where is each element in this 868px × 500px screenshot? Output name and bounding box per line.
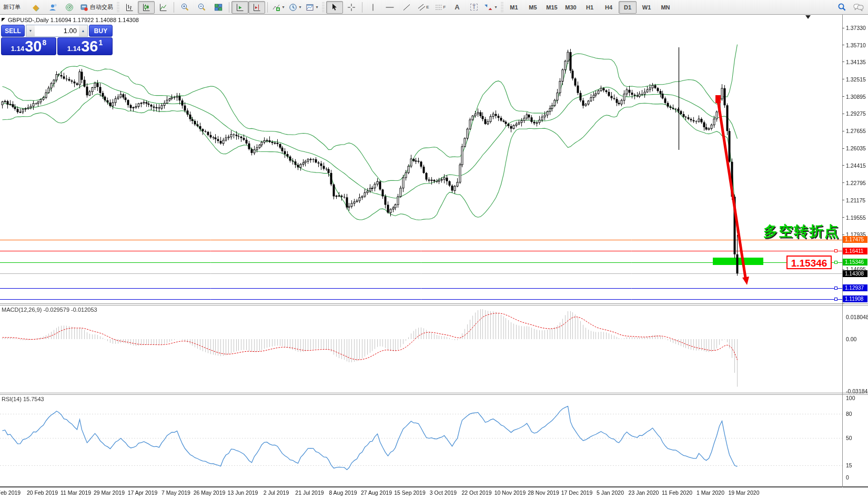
axis-tick-label: 1.29275 — [846, 110, 866, 117]
axis-tick-mark — [842, 62, 844, 62]
tile-windows-button[interactable] — [210, 1, 227, 14]
axis-tick-mark — [842, 28, 844, 28]
scroll-to-end-icon[interactable] — [805, 15, 811, 19]
tile-windows-icon — [214, 3, 223, 12]
indicators-add-icon — [272, 3, 280, 12]
search-icon — [837, 3, 846, 12]
volume-increase-button[interactable]: ▲ — [79, 25, 87, 36]
axis-tick-mark — [842, 45, 844, 45]
autotrading-button[interactable]: 自动交易 — [78, 1, 115, 14]
fibonacci-tool-button[interactable]: F — [432, 1, 449, 14]
timeframe-button-M5[interactable]: M5 — [524, 1, 542, 14]
dropdown-caret-icon: ▾ — [282, 5, 284, 9]
panel-collapse-icon[interactable]: ◤ — [2, 17, 5, 22]
candlestick-chart-button[interactable] — [138, 1, 155, 14]
date-label: 19 Mar 2020 — [722, 489, 766, 496]
vertical-line-tool-button[interactable] — [365, 1, 381, 14]
toolbar: 新订单 ◆ 自动交易 — [0, 0, 868, 15]
rsi-pane-splitter[interactable] — [0, 393, 868, 395]
channel-tool-button[interactable]: E — [415, 1, 432, 14]
metaeditor-button[interactable]: ◆ — [27, 1, 44, 14]
dropdown-caret-icon: ▾ — [299, 5, 301, 9]
timeframe-button-MN[interactable]: MN — [657, 1, 674, 14]
text-tool-icon: A — [455, 3, 459, 11]
timeframe-button-H4[interactable]: H4 — [600, 1, 618, 14]
volume-decrease-button[interactable]: ▼ — [26, 25, 35, 36]
axis-tick-label: 1.24415 — [846, 162, 866, 169]
price-callout-label[interactable]: 1.15346 — [786, 256, 832, 269]
axis-tick-mark — [842, 303, 844, 304]
date-axis-separator — [0, 486, 868, 487]
buy-price-big: 36 — [81, 39, 98, 54]
buy-button[interactable]: BUY — [89, 25, 113, 37]
buy-price-sup: 1 — [98, 38, 103, 47]
rsi-indicator-canvas[interactable] — [0, 395, 842, 485]
sell-button[interactable]: SELL — [1, 25, 25, 37]
templates-button[interactable]: ▾ — [304, 1, 320, 14]
timeframe-group: M1M5M15M30H1H4D1W1MN — [505, 1, 674, 14]
periods-button[interactable]: ▾ — [287, 1, 304, 14]
search-button[interactable] — [833, 1, 850, 14]
rsi-axis-label: 80 — [846, 411, 852, 417]
mql5-community-icon — [48, 3, 57, 12]
cursor-tool-button[interactable] — [326, 1, 343, 14]
text-label-tool-button[interactable]: T — [466, 1, 482, 14]
crosshair-tool-button[interactable] — [343, 1, 360, 14]
periods-clock-icon — [289, 3, 297, 12]
dropdown-caret-icon: ▾ — [316, 5, 318, 9]
toolbar-grip — [501, 2, 503, 13]
turning-point-annotation[interactable]: 多空转折点 — [763, 222, 840, 241]
volume-input[interactable] — [35, 25, 79, 36]
trendline-icon — [402, 3, 411, 12]
arrows-tool-button[interactable]: ▾ — [482, 1, 499, 14]
zoom-out-button[interactable] — [193, 1, 210, 14]
axis-tick-mark — [842, 200, 844, 200]
candlestick-chart-icon — [142, 3, 150, 12]
bar-chart-icon — [125, 3, 134, 12]
channel-letter: E — [426, 5, 429, 9]
macd-indicator-canvas[interactable] — [0, 305, 842, 392]
equidistant-channel-icon — [418, 4, 426, 11]
axis-tick-mark — [842, 114, 844, 114]
horizontal-line-tool-button[interactable] — [381, 1, 398, 14]
mql5-community-button[interactable] — [44, 1, 61, 14]
text-tool-button[interactable]: A — [449, 1, 466, 14]
buy-price-display[interactable]: 1.14 36 1 — [57, 37, 113, 55]
market-button[interactable] — [61, 1, 78, 14]
axis-tick-mark — [842, 131, 844, 131]
fibo-letter: F — [443, 5, 446, 9]
rsi-axis-label: 100 — [846, 395, 855, 401]
sell-price-display[interactable]: 1.14 30 8 — [1, 37, 56, 55]
auto-scroll-button[interactable] — [231, 1, 248, 14]
trendline-tool-button[interactable] — [398, 1, 415, 14]
timeframe-button-M1[interactable]: M1 — [505, 1, 523, 14]
axis-tick-label: 1.27655 — [846, 128, 866, 134]
axis-tick-label: 1.19555 — [846, 215, 866, 221]
macd-pane-splitter[interactable] — [0, 303, 868, 305]
rsi-axis-label: 15 — [846, 462, 852, 468]
timeframe-button-H1[interactable]: H1 — [581, 1, 599, 14]
autotrading-label: 自动交易 — [90, 3, 113, 11]
timeframe-button-M30[interactable]: M30 — [562, 1, 580, 14]
price-label-1.14308: 1.14308 — [843, 270, 867, 277]
chart-shift-button[interactable] — [248, 1, 265, 14]
main-price-chart-canvas[interactable] — [0, 15, 842, 304]
bar-chart-button[interactable] — [121, 1, 138, 14]
zoom-in-icon — [180, 3, 189, 12]
axis-tick-label: 1.30895 — [846, 94, 866, 100]
axis-tick-label: 1.32515 — [846, 76, 866, 83]
timeframe-button-M15[interactable]: M15 — [543, 1, 561, 14]
rsi-axis-label: 50 — [846, 435, 852, 441]
chat-button[interactable] — [850, 1, 867, 14]
toolbar-grip — [117, 2, 119, 13]
zoom-in-button[interactable] — [176, 1, 193, 14]
timeframe-button-D1[interactable]: D1 — [619, 1, 637, 14]
axis-tick-label: 1.21175 — [846, 197, 865, 203]
zoom-out-icon — [197, 3, 206, 12]
axis-tick-mark — [842, 96, 844, 97]
line-chart-button[interactable] — [155, 1, 171, 14]
toolbar-grip — [322, 2, 325, 13]
timeframe-button-W1[interactable]: W1 — [638, 1, 655, 14]
new-order-button[interactable]: 新订单 — [1, 1, 27, 14]
indicators-button[interactable]: ▾ — [270, 1, 287, 14]
